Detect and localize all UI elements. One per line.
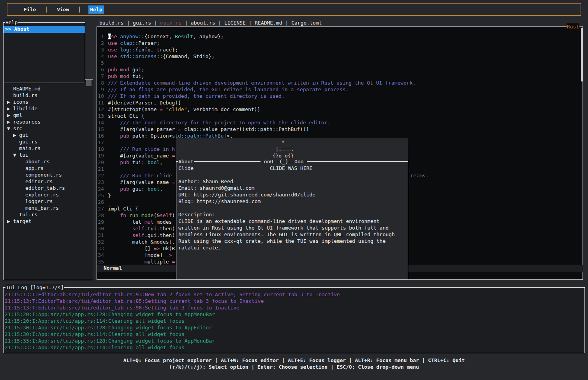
menu-item-file[interactable]: File <box>22 5 37 14</box>
shortcut-help-line-1: ALT+Q: Focus project explorer | ALT+W: F… <box>0 357 588 364</box>
code-line-text: use std::process::{Command, Stdio}; <box>108 53 215 60</box>
tab-main-rs[interactable]: main.rs <box>160 20 182 26</box>
project-explorer-tree: README.md build.rs▶ icons▶ libclide▶ qml… <box>7 85 91 224</box>
tree-item[interactable]: gui.rs <box>7 138 91 145</box>
line-number: 17 <box>98 139 104 146</box>
code-token: bool <box>148 159 160 165</box>
tree-item[interactable]: component.rs <box>7 171 91 178</box>
code-token: pub <box>108 159 132 165</box>
tab-license[interactable]: LICENSE <box>224 20 246 26</box>
code-line: 8/// Extendable command-line driven deve… <box>98 80 579 86</box>
code-line-text: /// If no path is provided, the current … <box>108 93 285 99</box>
line-number: 35 <box>98 258 104 265</box>
tree-item[interactable]: ▶ target <box>7 218 91 224</box>
tree-item[interactable]: about.rs <box>7 158 91 165</box>
menu-item-view[interactable]: View <box>55 5 70 14</box>
tree-item[interactable]: ▶ icons <box>7 99 91 105</box>
code-line-text: fn run_mode(&self) <box>108 212 175 219</box>
code-token: tui: <box>132 159 148 165</box>
tab-cargo-toml[interactable]: Cargo.toml <box>291 20 322 26</box>
code-token: , anyhow}; <box>193 34 224 39</box>
tab-readme-md[interactable]: README.md <box>255 20 282 26</box>
help-dropdown-menu: Help >> About <box>3 22 85 83</box>
line-number: 7 <box>98 73 104 80</box>
code-token: = <box>160 106 163 112</box>
code-token: = <box>172 153 175 159</box>
line-number: 10 <box>98 93 104 99</box>
code-token: clap::value_parser!(std::path::PathBuf))… <box>181 126 309 132</box>
tree-item[interactable]: tui.rs <box>7 211 91 218</box>
code-token: let <box>108 219 144 225</box>
tree-item[interactable]: editor_tab.rs <box>7 185 91 191</box>
tab-separator: | <box>151 20 160 26</box>
code-line: 2use clap::Parser; <box>98 40 579 46</box>
editor-mode-label: Normal <box>104 265 122 271</box>
code-token: pub mod <box>108 67 132 72</box>
tree-item[interactable]: editor.rs <box>7 178 91 185</box>
code-token: pub <box>108 133 132 139</box>
code-token: ::{info, trace}; <box>129 47 178 53</box>
explorer-scrollbar-thumb[interactable] <box>86 80 92 86</box>
code-line: 15 #[arg(value_parser = clap::value_pars… <box>98 126 579 133</box>
code-token <box>163 106 166 112</box>
code-line: 3use log::{info, trace}; <box>98 46 579 53</box>
log-entry-trace: 21:15:13:T:EditorTab:src/tui/editor_tab.… <box>5 298 583 304</box>
code-token: gui: <box>132 186 148 192</box>
menu-bar-items: File│View│Help <box>22 4 104 15</box>
tree-item[interactable]: app.rs <box>7 165 91 171</box>
line-number: 15 <box>98 126 104 133</box>
code-line-text: self.tui.then( <box>108 225 175 232</box>
line-number: 34 <box>98 252 104 258</box>
line-number: 24 <box>98 186 104 192</box>
code-token: /// Run clide in h <box>108 146 175 152</box>
line-number: 5 <box>98 60 104 66</box>
code-token: , <box>160 186 163 192</box>
about-popup: About -ooO--(_)--Ooo- Clide CLIDE WAS HE… <box>176 161 408 280</box>
code-token: self <box>108 226 144 232</box>
code-token: [] <box>108 246 153 251</box>
tab-gui-rs[interactable]: gui.rs <box>133 20 151 26</box>
code-token: bool <box>148 186 160 192</box>
tree-item[interactable]: README.md <box>7 85 91 92</box>
code-token: Result <box>175 34 193 39</box>
tree-item[interactable]: build.rs <box>7 92 91 99</box>
clide-tui-screen: File│View│Help Help >> About README.md b… <box>0 0 588 380</box>
tree-item[interactable]: ▼ src <box>7 125 91 132</box>
tab-about-rs[interactable]: about.rs <box>191 20 215 26</box>
code-token: = <box>172 179 175 185</box>
code-token: [mode] <box>108 252 166 258</box>
tree-item[interactable]: explorer.rs <box>7 191 91 198</box>
code-token: => <box>166 252 172 258</box>
tree-item[interactable]: ▶ resources <box>7 118 91 125</box>
code-token: , verbatim_doc_comment)] <box>187 106 261 112</box>
code-token: } <box>108 193 111 198</box>
editor-tabs: build.rs | gui.rs | main.rs | about.rs |… <box>99 19 322 26</box>
code-line-text: #[arg(value_parser = clap::value_parser!… <box>108 126 309 133</box>
tree-item[interactable]: logger.rs <box>7 198 91 205</box>
code-line-text: let mut modes <box>108 219 172 225</box>
code-line-text: pub tui: bool, <box>108 159 163 166</box>
code-token: struct Cli { <box>108 113 144 119</box>
menu-bar: File│View│Help <box>7 3 581 16</box>
menu-item-help[interactable]: Help <box>88 5 104 14</box>
tree-item[interactable]: ▼ tui <box>7 152 91 158</box>
code-token: #[arg(value_name <box>108 179 172 185</box>
editor-scrollbar-thumb[interactable] <box>581 28 583 81</box>
dropdown-item-about[interactable]: >> About <box>4 26 85 33</box>
log-entries: 21:15:13:T:EditorTab:src/tui/editor_tab.… <box>5 291 583 351</box>
tree-item[interactable]: ▶ libclide <box>7 105 91 112</box>
log-entry-info: 21:15:30:I:App:src/tui/app.rs:128:Changi… <box>5 324 583 331</box>
shortcut-help-line-2: (↑/k)/(↓/j): Select option | Enter: Choo… <box>0 364 588 370</box>
code-line-text: /// The root directory for the project t… <box>108 119 330 126</box>
tree-item[interactable]: menu_bar.rs <box>7 205 91 211</box>
tree-item[interactable]: ▶ qml <box>7 112 91 118</box>
code-token: pub <box>108 186 132 192</box>
line-number: 28 <box>98 212 104 219</box>
code-line-text: pub mod gui; <box>108 66 144 73</box>
tree-item[interactable]: ▶ gui <box>7 132 91 138</box>
tree-item[interactable]: main.rs <box>7 145 91 152</box>
log-panel-title: Tui Log [log=1.7/s] <box>5 284 64 291</box>
tab-build-rs[interactable]: build.rs <box>99 20 124 26</box>
line-number: 11 <box>98 99 104 106</box>
code-line-text: #[derive(Parser, Debug)] <box>108 99 181 106</box>
